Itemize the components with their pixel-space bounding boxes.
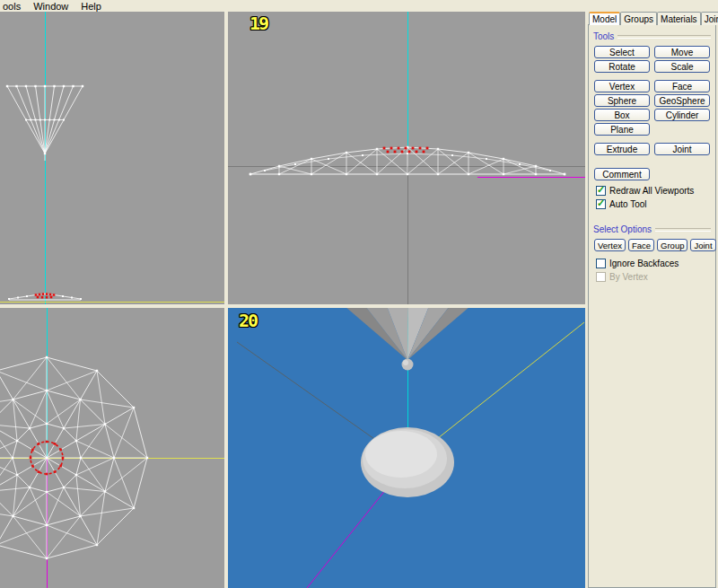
spacer xyxy=(594,157,710,161)
group-select-button[interactable]: Group xyxy=(657,239,687,251)
sphere-button[interactable]: Sphere xyxy=(594,94,650,107)
geosphere-button[interactable]: GeoSphere xyxy=(654,94,710,107)
top-wireframe-canvas xyxy=(0,308,224,588)
plane-button[interactable]: Plane xyxy=(594,123,650,136)
panel-tabs: Model Groups Materials Joints xyxy=(588,12,717,25)
checkbox-box: ✓ xyxy=(596,199,606,209)
menu-bar: ools Window Help xyxy=(0,0,718,12)
joint-select-button[interactable]: Joint xyxy=(690,239,715,251)
comment-button[interactable]: Comment xyxy=(594,168,650,180)
check-icon: ✓ xyxy=(597,185,605,195)
tab-joints[interactable]: Joints xyxy=(701,12,718,25)
checkbox-label: Ignore Backfaces xyxy=(609,259,679,268)
move-button[interactable]: Move xyxy=(654,46,710,58)
select-options-section-header: Select Options xyxy=(593,224,711,234)
vertex-button[interactable]: Vertex xyxy=(594,80,650,92)
tab-materials[interactable]: Materials xyxy=(657,12,701,25)
vertex-select-button[interactable]: Vertex xyxy=(594,239,626,251)
section-rule xyxy=(617,35,711,39)
spacer xyxy=(593,213,711,222)
front-wireframe-canvas xyxy=(0,12,224,304)
face-select-button[interactable]: Face xyxy=(628,239,654,251)
box-button[interactable]: Box xyxy=(594,109,650,121)
extrude-button[interactable]: Extrude xyxy=(594,143,650,155)
spacer xyxy=(594,162,710,166)
viewport-3d-shaded[interactable]: 20 xyxy=(228,308,585,588)
check-icon: ✓ xyxy=(597,198,605,208)
redraw-all-viewports-checkbox[interactable]: ✓ Redraw All Viewports xyxy=(596,186,711,196)
scale-button[interactable]: Scale xyxy=(654,60,710,73)
checkbox-label: Redraw All Viewports xyxy=(609,186,694,196)
auto-tool-checkbox[interactable]: ✓ Auto Tool xyxy=(596,199,711,209)
tools-checkboxes: ✓ Redraw All Viewports ✓ Auto Tool xyxy=(596,186,711,209)
by-vertex-checkbox: ✓ By Vertex xyxy=(596,272,711,282)
spacer xyxy=(594,75,710,78)
menu-help[interactable]: Help xyxy=(74,0,108,12)
section-rule xyxy=(655,228,711,232)
menu-tools[interactable]: ools xyxy=(0,0,27,12)
checkbox-label: Auto Tool xyxy=(609,199,647,209)
select-options-buttons: Vertex Face Group Joint xyxy=(594,239,711,251)
rotate-button[interactable]: Rotate xyxy=(594,60,650,73)
viewport-side-wireframe[interactable]: 19 xyxy=(228,12,585,304)
face-button[interactable]: Face xyxy=(654,80,710,92)
tab-groups[interactable]: Groups xyxy=(620,12,657,25)
select-button[interactable]: Select xyxy=(594,46,650,58)
viewport-step-number: 20 xyxy=(239,312,257,329)
viewport-step-number: 19 xyxy=(250,14,267,32)
checkbox-box: ✓ xyxy=(596,272,606,282)
checkbox-box: ✓ xyxy=(596,259,606,268)
select-options-label: Select Options xyxy=(593,224,652,234)
model-tab-page: Tools Select Move Rotate Scale Vertex Fa… xyxy=(588,24,716,588)
tools-label: Tools xyxy=(593,31,614,41)
spacer xyxy=(654,168,710,180)
3d-shaded-canvas xyxy=(228,308,585,588)
menu-window[interactable]: Window xyxy=(27,0,74,12)
select-options-checkboxes: ✓ Ignore Backfaces ✓ By Vertex xyxy=(596,259,711,282)
tools-section-header: Tools xyxy=(593,31,711,41)
tools-buttons: Select Move Rotate Scale Vertex Face Sph… xyxy=(593,46,711,180)
checkbox-label: By Vertex xyxy=(609,272,648,282)
cone-mesh xyxy=(345,308,470,371)
joint-button[interactable]: Joint xyxy=(654,143,710,155)
checkbox-box: ✓ xyxy=(596,186,606,196)
side-wireframe-canvas xyxy=(228,12,585,304)
spacer xyxy=(594,137,710,141)
side-panel: Model Groups Materials Joints Tools Sele… xyxy=(588,12,717,588)
viewport-top-wireframe[interactable] xyxy=(0,308,224,588)
tab-model[interactable]: Model xyxy=(589,12,620,25)
viewport-front-wireframe[interactable] xyxy=(0,12,224,304)
dome-mesh xyxy=(361,427,454,497)
spacer xyxy=(654,123,710,136)
ignore-backfaces-checkbox[interactable]: ✓ Ignore Backfaces xyxy=(596,259,711,268)
cylinder-button[interactable]: Cylinder xyxy=(654,109,710,121)
